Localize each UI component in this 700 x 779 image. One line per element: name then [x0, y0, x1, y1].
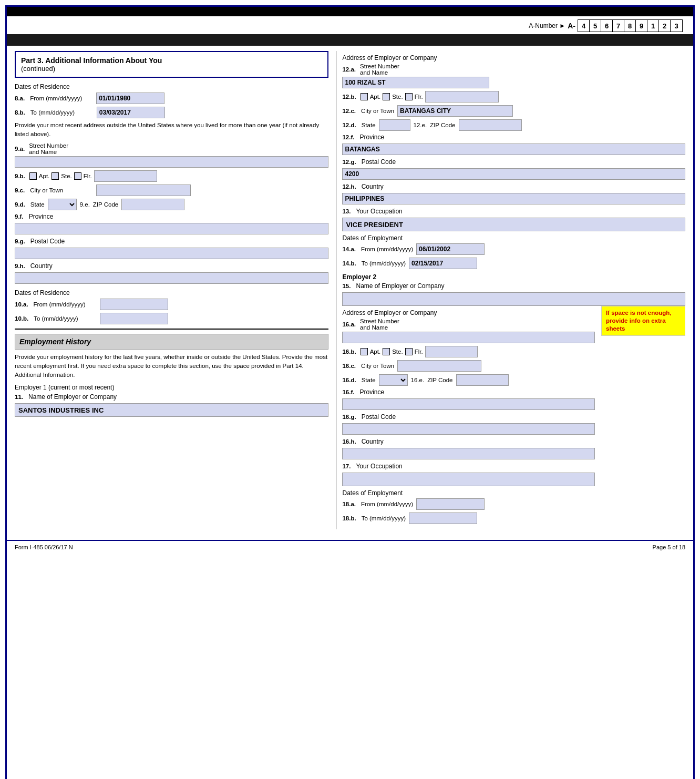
- field-18b-input[interactable]: [409, 512, 477, 524]
- field-16f-label: Province: [359, 388, 384, 396]
- field-12e-label: ZIP Code: [430, 122, 455, 128]
- field-11-label: Name of Employer or Company: [28, 393, 117, 401]
- field-12a-label: Street Numberand Name: [360, 63, 399, 76]
- field-13-label-row: 13. Your Occupation: [342, 208, 685, 215]
- field-9g-label: Postal Code: [30, 238, 65, 245]
- field-9g-input[interactable]: [15, 248, 328, 259]
- field-12b-ste-checkbox[interactable]: [383, 93, 390, 100]
- field-9a-input[interactable]: [15, 156, 328, 168]
- field-16d-num: 16.d.: [342, 377, 356, 383]
- field-12a-label-row: 12.a. Street Numberand Name: [342, 63, 685, 76]
- field-13-input[interactable]: [342, 218, 685, 231]
- field-16b-input[interactable]: [425, 346, 478, 357]
- field-10b-num: 10.b.: [15, 315, 28, 322]
- field-14a-input[interactable]: [416, 243, 485, 255]
- field-12b-flr-checkbox[interactable]: [405, 93, 413, 100]
- field-12g-input[interactable]: [342, 168, 685, 180]
- field-10b-input[interactable]: [100, 313, 168, 324]
- employment-history-header: Employment History: [15, 334, 328, 350]
- field-16g-input[interactable]: [342, 423, 595, 435]
- field-12d-12e-row: 12.d. State 12.e. ZIP Code: [342, 119, 685, 131]
- footer: Form I-485 06/26/17 N Page 5 of 18: [7, 540, 693, 554]
- field-12c-input[interactable]: [397, 105, 513, 117]
- field-8b-num: 8.b.: [15, 109, 25, 116]
- addr-employer-2-label: Address of Employer or Company: [342, 309, 595, 316]
- field-9f-label-row: 9.f. Province: [15, 213, 328, 220]
- field-16b-apt-checkbox[interactable]: [361, 348, 368, 355]
- a-digit-8: 2: [659, 20, 671, 32]
- field-18a-row: 18.a. From (mm/dd/yyyy): [342, 498, 595, 510]
- field-16a-label: Street Numberand Name: [360, 318, 399, 331]
- field-17-label: Your Occupation: [356, 463, 402, 470]
- field-12c-row: 12.c. City or Town: [342, 105, 685, 117]
- field-12b-input[interactable]: [425, 91, 499, 102]
- field-16f-group: 16.f. Province: [342, 388, 595, 410]
- field-13-group: 13. Your Occupation: [342, 208, 685, 231]
- field-17-input[interactable]: [342, 473, 595, 486]
- field-16h-input[interactable]: [342, 448, 595, 459]
- field-18b-label: To (mm/dd/yyyy): [362, 515, 406, 521]
- field-16h-group: 16.h. Country: [342, 438, 595, 459]
- field-9b-apt-checkbox[interactable]: [29, 172, 37, 180]
- field-12e-input[interactable]: [459, 119, 522, 131]
- field-18a-input[interactable]: [416, 498, 485, 510]
- field-9g-group: 9.g. Postal Code: [15, 238, 328, 259]
- field-15-input[interactable]: [342, 292, 685, 306]
- field-16b-flr-checkbox[interactable]: [405, 348, 413, 355]
- field-16b-ste-checkbox[interactable]: [383, 348, 390, 355]
- field-9b-flr-checkbox[interactable]: [74, 172, 81, 180]
- field-8b-input[interactable]: [97, 107, 165, 118]
- field-12d-input[interactable]: [379, 119, 410, 131]
- field-16a-input[interactable]: [342, 332, 595, 343]
- footer-right: Page 5 of 18: [653, 544, 685, 550]
- field-14b-num: 14.b.: [342, 260, 356, 266]
- field-16f-input[interactable]: [342, 398, 595, 410]
- employment-history-para: Provide your employment history for the …: [15, 353, 328, 380]
- field-9c-label: City or Town: [30, 187, 93, 193]
- field-12g-label-row: 12.g. Postal Code: [342, 158, 685, 166]
- field-16g-num: 16.g.: [342, 414, 356, 420]
- a-number-section: A-Number ► A- 4 5 6 7 8 9 1 2 3: [529, 19, 683, 32]
- field-14b-label: To (mm/dd/yyyy): [362, 260, 406, 266]
- field-16c-row: 16.c. City or Town: [342, 360, 595, 372]
- field-9f-input[interactable]: [15, 223, 328, 234]
- field-16d-select[interactable]: [379, 374, 408, 386]
- field-9c-input[interactable]: [96, 184, 191, 196]
- field-9h-num: 9.h.: [15, 263, 25, 269]
- field-16a-num: 16.a.: [342, 321, 356, 327]
- field-11-input[interactable]: [15, 403, 328, 417]
- field-10a-input[interactable]: [100, 299, 168, 310]
- field-12b-apt-checkbox[interactable]: [361, 93, 368, 100]
- field-12b-num: 12.b.: [342, 94, 356, 100]
- field-12h-input[interactable]: [342, 193, 685, 204]
- field-8a-input[interactable]: [96, 93, 164, 104]
- field-18a-label: From (mm/dd/yyyy): [361, 501, 413, 507]
- left-column: Part 3. Additional Information About You…: [15, 51, 336, 529]
- addr-employer-2-row: Address of Employer or Company 16.a. Str…: [342, 306, 685, 527]
- field-9b-ste-label: Ste.: [61, 173, 71, 179]
- top-bar: [7, 7, 693, 16]
- field-10a-num: 10.a.: [15, 301, 28, 308]
- field-17-label-row: 17. Your Occupation: [342, 463, 595, 470]
- a-digit-3: 6: [601, 20, 613, 32]
- field-14b-input[interactable]: [409, 258, 477, 269]
- field-13-num: 13.: [342, 208, 351, 214]
- field-16e-input[interactable]: [456, 374, 509, 386]
- field-9b-ste-checkbox[interactable]: [52, 172, 59, 180]
- field-10b-row: 10.b. To (mm/dd/yyyy): [15, 313, 328, 324]
- field-9h-input[interactable]: [15, 272, 328, 284]
- field-16e-num: 16.e.: [411, 377, 425, 383]
- a-number-box: 4 5 6 7 8 9 1 2 3: [578, 19, 683, 32]
- field-9d-select[interactable]: [48, 199, 77, 210]
- a-digit-2: 5: [590, 20, 601, 32]
- content-area: Part 3. Additional Information About You…: [7, 46, 693, 535]
- field-9b-flr-label: Flr.: [84, 173, 92, 179]
- field-12a-input[interactable]: [342, 77, 489, 88]
- field-9b-input[interactable]: [94, 170, 157, 182]
- field-16c-input[interactable]: [397, 360, 481, 372]
- field-9e-input[interactable]: [121, 199, 184, 210]
- field-12c-num: 12.c.: [342, 108, 356, 114]
- field-12f-input[interactable]: [342, 144, 685, 155]
- field-18b-row: 18.b. To (mm/dd/yyyy): [342, 512, 595, 524]
- field-16g-label: Postal Code: [362, 413, 396, 421]
